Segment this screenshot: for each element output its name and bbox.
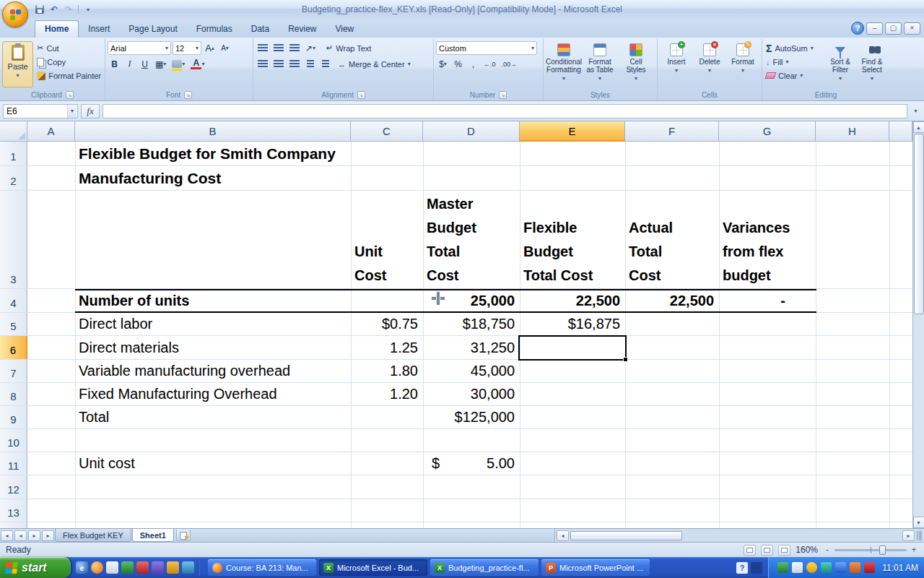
cell-E3[interactable]: Flexible Budget Total Cost [520, 191, 625, 288]
cell-D5[interactable]: $18,750 [423, 313, 520, 335]
cell-B11[interactable]: Unit cost [75, 452, 351, 475]
find-select-button[interactable]: Find & Select ▾ [857, 41, 887, 82]
increase-decimal-button[interactable]: ←.0 [481, 57, 498, 71]
help-button[interactable]: ? [851, 22, 864, 35]
fill-color-button[interactable]: ▾ [170, 57, 187, 71]
format-as-table-button[interactable]: Format as Table ▾ [582, 41, 618, 82]
bottom-align-button[interactable] [287, 41, 302, 55]
previous-sheet-button[interactable]: ◂ [14, 530, 27, 541]
cell-B7[interactable]: Variable manufacturing overhead [75, 360, 351, 382]
cell-C8[interactable]: 1.20 [351, 383, 423, 405]
italic-button[interactable]: I [123, 57, 136, 71]
row-header-2[interactable]: 2 [0, 166, 27, 190]
top-align-button[interactable] [256, 41, 270, 55]
taskbar-task-course[interactable]: Course: BA 213: Man... [208, 559, 316, 576]
quick-launch-icon-5[interactable] [136, 561, 149, 574]
percent-style-button[interactable]: % [451, 57, 465, 71]
last-sheet-button[interactable]: ▸ [42, 530, 54, 541]
cell-B8[interactable]: Fixed Manufacturing Overhead [75, 383, 351, 405]
cell-B2[interactable]: Manufacturing Cost [75, 166, 351, 190]
horizontal-scrollbar[interactable]: ◂ ▸ [554, 529, 924, 542]
row-header-9[interactable]: 9 [0, 406, 27, 428]
insert-function-button[interactable]: fx [81, 104, 100, 118]
close-button[interactable]: × [904, 22, 920, 35]
font-dialog-launcher-icon[interactable]: ↘ [184, 91, 192, 99]
scroll-down-button[interactable]: ▼ [913, 517, 924, 528]
zoom-slider-track[interactable] [834, 549, 907, 551]
cell-F4[interactable]: 22,500 [625, 289, 719, 312]
bold-button[interactable]: B [108, 57, 121, 71]
alignment-dialog-launcher-icon[interactable]: ↘ [357, 91, 365, 99]
zoom-slider-thumb[interactable] [879, 545, 886, 555]
cell-G4[interactable]: - [719, 289, 816, 312]
tray-icon-1[interactable] [777, 562, 788, 573]
cell-E4[interactable]: 22,500 [520, 289, 625, 312]
save-button[interactable] [33, 3, 46, 16]
cell-E5[interactable]: $16,875 [520, 313, 625, 335]
font-size-combo[interactable]: 12▾ [173, 41, 201, 55]
row-header-5[interactable]: 5 [0, 313, 27, 335]
row-header-12[interactable]: 12 [0, 475, 27, 499]
tray-icon-2[interactable] [792, 562, 803, 573]
vertical-scroll-thumb[interactable] [914, 134, 924, 314]
column-header-F[interactable]: F [625, 121, 719, 142]
restore-button[interactable]: ▢ [885, 22, 902, 35]
taskbar-task-budgeting[interactable]: X Budgeting_practice-fl... [430, 559, 539, 576]
first-sheet-button[interactable]: ◂ [1, 530, 13, 541]
cell-B4[interactable]: Number of units [75, 289, 351, 312]
horizontal-scroll-thumb[interactable] [570, 531, 682, 540]
cell-D11[interactable]: $ 5.00 [423, 452, 520, 475]
column-header-E[interactable]: E [520, 121, 625, 142]
tray-icon-7[interactable] [864, 562, 875, 573]
select-all-corner[interactable] [0, 121, 27, 142]
row-header-6[interactable]: 6 [0, 336, 27, 359]
quick-launch-icon-7[interactable] [167, 561, 179, 574]
column-header-D[interactable]: D [423, 121, 520, 142]
selected-cell-E6[interactable] [518, 335, 627, 361]
row-header-11[interactable]: 11 [0, 452, 27, 475]
cell-C6[interactable]: 1.25 [351, 336, 423, 359]
column-header-H[interactable]: H [816, 121, 889, 142]
fill-button[interactable]: ↓Fill▾ [764, 55, 824, 69]
row-header-10[interactable]: 10 [0, 429, 27, 452]
sheet-tab-flex-budget-key[interactable]: Flex Budget KEY [55, 529, 131, 542]
paste-button[interactable]: Paste ▾ [2, 41, 33, 87]
cell-styles-button[interactable]: Cell Styles ▾ [618, 41, 654, 82]
tray-icon-6[interactable] [850, 562, 860, 573]
cell-C3[interactable]: Unit Cost [351, 191, 423, 288]
font-color-button[interactable]: A▾ [188, 57, 206, 71]
name-box-dropdown-icon[interactable]: ▾ [67, 105, 77, 118]
row-header-3[interactable]: 3 [0, 191, 27, 288]
office-button[interactable] [2, 1, 28, 27]
zoom-out-button[interactable]: - [823, 545, 832, 555]
comma-style-button[interactable]: , [466, 57, 480, 71]
tab-view[interactable]: View [326, 21, 363, 38]
quick-launch-icon-4[interactable] [121, 561, 134, 574]
underline-button[interactable]: U [138, 57, 152, 71]
column-header-G[interactable]: G [719, 121, 816, 142]
scroll-up-button[interactable]: ▲ [913, 121, 924, 133]
align-center-button[interactable] [271, 57, 286, 71]
wrap-text-button[interactable]: ↵Wrap Text [325, 41, 372, 55]
format-painter-button[interactable]: Format Painter [35, 69, 103, 82]
quick-launch-firefox-icon[interactable] [91, 561, 103, 574]
increase-indent-button[interactable] [318, 57, 332, 71]
cell-D9[interactable]: $125,000 [423, 406, 520, 428]
row-header-4[interactable]: 4 [0, 289, 27, 312]
page-break-view-button[interactable] [778, 545, 790, 556]
row-header-1[interactable]: 1 [0, 142, 27, 165]
page-layout-view-button[interactable] [761, 545, 773, 556]
formula-bar-expand-icon[interactable]: ▾ [910, 104, 921, 118]
borders-button[interactable]: ▦▾ [153, 57, 168, 71]
middle-align-button[interactable] [271, 41, 286, 55]
taskbar-task-excel[interactable]: X Microsoft Excel - Bud... [319, 559, 427, 576]
normal-view-button[interactable] [744, 545, 756, 556]
formula-input[interactable] [103, 104, 907, 118]
sort-filter-button[interactable]: Sort & Filter ▾ [825, 41, 855, 82]
row-header-8[interactable]: 8 [0, 383, 27, 405]
scroll-right-button[interactable]: ▸ [902, 530, 915, 541]
accounting-format-button[interactable]: $▾ [436, 57, 450, 71]
conditional-formatting-button[interactable]: Conditional Formatting ▾ [546, 41, 582, 82]
row-header-13[interactable]: 13 [0, 499, 27, 522]
cell-B9[interactable]: Total [75, 406, 351, 428]
